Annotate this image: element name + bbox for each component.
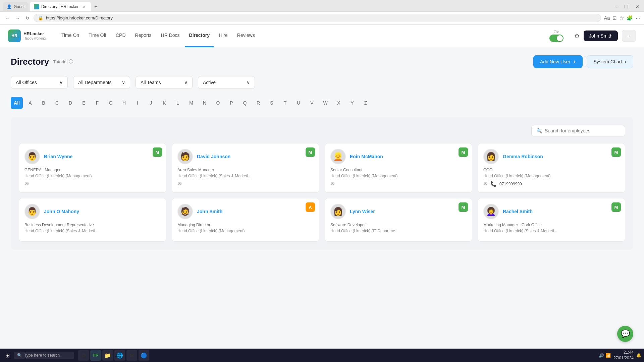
logout-button[interactable]: → <box>622 30 636 42</box>
alpha-btn-y[interactable]: Y <box>346 97 358 109</box>
alpha-btn-m[interactable]: M <box>185 97 197 109</box>
more-icon[interactable]: ··· <box>636 15 640 21</box>
alpha-btn-b[interactable]: B <box>38 97 50 109</box>
taskbar-app-hrlocker[interactable]: HR <box>90 350 101 361</box>
alpha-btn-d[interactable]: D <box>64 97 76 109</box>
alpha-btn-w[interactable]: W <box>319 97 331 109</box>
employee-name[interactable]: John O Mahony <box>44 209 79 214</box>
alpha-btn-z[interactable]: Z <box>360 97 372 109</box>
alpha-btn-x[interactable]: X <box>333 97 345 109</box>
alpha-btn-q[interactable]: Q <box>239 97 251 109</box>
forward-button[interactable]: → <box>14 15 21 21</box>
employee-name[interactable]: David Johnson <box>197 154 230 159</box>
nav-hire[interactable]: Hire <box>215 24 232 47</box>
email-icon[interactable]: ✉ <box>483 181 488 187</box>
email-icon[interactable]: ✉ <box>24 181 29 187</box>
win-minimize-button[interactable]: – <box>613 4 620 9</box>
alpha-btn-a[interactable]: A <box>24 97 36 109</box>
extensions-icon[interactable]: 🧩 <box>627 15 633 21</box>
taskbar-app-taskview[interactable]: ⧉ <box>78 350 89 361</box>
add-user-button[interactable]: Add New User + <box>533 55 582 68</box>
old-toggle-switch[interactable] <box>549 35 564 42</box>
start-button[interactable]: ⊞ <box>3 351 12 360</box>
nav-time-off[interactable]: Time Off <box>85 24 110 47</box>
alpha-btn-t[interactable]: T <box>279 97 291 109</box>
time-text: 21:44 <box>613 350 634 355</box>
win-maximize-button[interactable]: ❐ <box>622 4 631 9</box>
nav-time-on[interactable]: Time On <box>57 24 83 47</box>
offices-filter[interactable]: All Offices ∨ <box>11 76 68 89</box>
status-filter[interactable]: Active ∨ <box>198 76 255 89</box>
teams-filter[interactable]: All Teams ∨ <box>136 76 193 89</box>
alpha-btn-k[interactable]: K <box>158 97 170 109</box>
taskbar-app-files[interactable]: 📁 <box>102 350 113 361</box>
alpha-btn-j[interactable]: J <box>145 97 157 109</box>
employee-title: GENERAL Manager <box>24 168 161 172</box>
phone-icon[interactable]: 📞 <box>490 181 497 187</box>
tab-directory[interactable]: Directory | HRLocker ✕ <box>30 2 91 11</box>
nav-reports[interactable]: Reports <box>131 24 156 47</box>
alpha-btn-u[interactable]: U <box>292 97 305 109</box>
settings-button[interactable]: ⚙ <box>574 32 580 40</box>
tab-guest[interactable]: 👤 Guest <box>3 2 29 11</box>
back-button[interactable]: ← <box>4 15 11 21</box>
alpha-btn-h[interactable]: H <box>118 97 130 109</box>
card-top: 🧑 David Johnson <box>177 149 314 164</box>
email-icon[interactable]: ✉ <box>177 181 182 187</box>
employee-title: Senior Consultant <box>330 168 467 172</box>
split-view-icon[interactable]: ⊡ <box>612 15 617 21</box>
alpha-btn-o[interactable]: O <box>212 97 224 109</box>
employee-name[interactable]: Lynn Wiser <box>350 209 375 214</box>
alpha-btn-s[interactable]: S <box>266 97 278 109</box>
alpha-btn-c[interactable]: C <box>51 97 63 109</box>
alpha-btn-n[interactable]: N <box>199 97 211 109</box>
address-bar[interactable]: 🔒 https://login.hrlocker.com/Directory <box>34 14 601 22</box>
chat-bubble-button[interactable]: 💬 <box>617 326 633 342</box>
employee-badge: A <box>306 202 315 212</box>
tutorial-link[interactable]: Tutorial ⓘ <box>53 59 73 65</box>
employee-name[interactable]: Gemma Robinson <box>503 154 543 159</box>
alpha-btn-f[interactable]: F <box>91 97 103 109</box>
employee-card: 👨 John O Mahony Business Development Rep… <box>19 198 166 242</box>
favorites-icon[interactable]: ☆ <box>620 15 624 21</box>
alpha-btn-all[interactable]: All <box>11 97 23 109</box>
alpha-btn-g[interactable]: G <box>105 97 117 109</box>
notification-icon[interactable]: 🔔 <box>636 353 641 358</box>
taskbar-app-edge[interactable]: 🌐 <box>114 350 125 361</box>
system-chart-button[interactable]: System Chart › <box>587 55 633 68</box>
nav-cpd[interactable]: CPD <box>112 24 130 47</box>
win-close-button[interactable]: ✕ <box>633 4 641 9</box>
taskbar-app-browser2[interactable]: 🔵 <box>139 350 149 361</box>
card-icons: ✉ <box>330 181 467 187</box>
alpha-btn-i[interactable]: I <box>131 97 144 109</box>
alpha-btn-r[interactable]: R <box>252 97 264 109</box>
employee-name[interactable]: Brian Wynne <box>44 154 72 159</box>
email-icon[interactable]: ✉ <box>330 181 335 187</box>
new-tab-button[interactable]: + <box>92 4 99 10</box>
taskbar-app-mail[interactable]: ✉ <box>126 350 137 361</box>
refresh-button[interactable]: ↻ <box>24 15 31 21</box>
taskbar-search-box[interactable]: 🔍 Type here to search <box>14 352 74 359</box>
employee-name[interactable]: Eoin McMahon <box>350 154 383 159</box>
alpha-btn-p[interactable]: P <box>225 97 237 109</box>
alpha-btn-e[interactable]: E <box>78 97 90 109</box>
card-top: 👩 Gemma Robinson <box>483 149 620 164</box>
employee-office: Head Office (Limerick) (Management) <box>24 174 161 178</box>
avatar: 👩 <box>330 204 346 219</box>
logo: HR HRLocker Happy working. <box>8 29 47 42</box>
nav-reviews[interactable]: Reviews <box>233 24 259 47</box>
tab-close-button[interactable]: ✕ <box>83 5 86 9</box>
card-icons: ✉📞0719999999 <box>483 181 620 187</box>
departments-filter[interactable]: All Departments ∨ <box>73 76 130 89</box>
alpha-btn-v[interactable]: V <box>306 97 318 109</box>
user-menu-button[interactable]: John Smith <box>584 31 618 41</box>
main-nav: Time On Time Off CPD Reports HR Docs Dir… <box>57 24 539 47</box>
employee-name[interactable]: John Smith <box>197 209 222 214</box>
read-mode-icon[interactable]: Aa <box>604 15 610 21</box>
employee-office: Head Office (Limerick) (Management) <box>177 229 314 233</box>
employee-name[interactable]: Rachel Smith <box>503 209 533 214</box>
nav-directory[interactable]: Directory <box>185 24 214 47</box>
nav-hr-docs[interactable]: HR Docs <box>157 24 184 47</box>
alpha-btn-l[interactable]: L <box>172 97 184 109</box>
search-input[interactable] <box>545 128 620 133</box>
